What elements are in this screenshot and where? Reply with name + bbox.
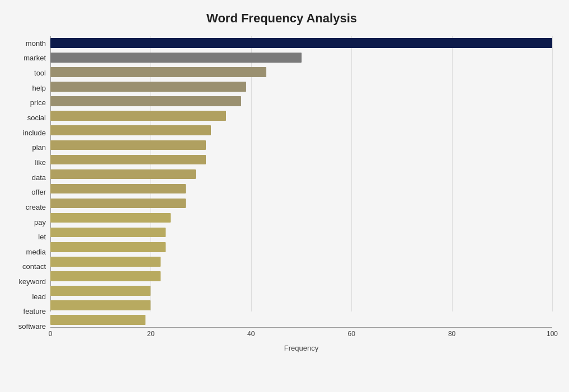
y-label-create: create: [26, 204, 46, 211]
bar-row-like: [50, 152, 552, 167]
bar-row-tool: [50, 65, 552, 79]
y-label-data: data: [32, 174, 46, 181]
bar-row-offer: [50, 181, 552, 196]
y-label-like: like: [35, 159, 46, 166]
y-label-software: software: [18, 323, 46, 330]
bar-like: [50, 155, 206, 165]
bar-media: [50, 242, 166, 252]
bar-row-plan: [50, 138, 552, 152]
y-label-feature: feature: [23, 308, 46, 315]
bar-contact: [50, 257, 161, 267]
bar-row-software: [50, 313, 552, 327]
bar-row-feature: [50, 298, 552, 313]
y-label-market: market: [23, 54, 46, 62]
y-label-month: month: [26, 40, 46, 47]
bar-row-price: [50, 94, 552, 108]
bar-row-media: [50, 240, 552, 254]
y-label-social: social: [27, 114, 46, 121]
bar-software: [50, 315, 145, 325]
x-axis-label: Frequency: [50, 344, 552, 352]
bars-wrapper: [50, 36, 552, 327]
y-label-pay: pay: [34, 219, 46, 226]
bar-create: [50, 199, 186, 209]
bar-row-market: [50, 50, 552, 65]
y-label-include: include: [23, 129, 46, 136]
y-labels: monthmarkettoolhelppricesocialincludepla…: [11, 36, 50, 350]
bar-row-create: [50, 196, 552, 211]
x-tick-0: 0: [49, 330, 53, 338]
x-axis-container: 020406080100 Frequency: [50, 327, 552, 350]
bars-section: 020406080100 Frequency: [50, 36, 552, 350]
bar-row-lead: [50, 284, 552, 298]
bar-lead: [50, 286, 151, 296]
chart-title: Word Frequency Analysis: [11, 11, 552, 26]
y-label-lead: lead: [32, 293, 46, 300]
grid-line-100: [552, 36, 553, 311]
bar-row-data: [50, 167, 552, 181]
bar-data: [50, 169, 196, 180]
x-tick-40: 40: [247, 330, 255, 338]
y-label-contact: contact: [22, 263, 46, 270]
bar-feature: [50, 300, 151, 310]
bar-row-help: [50, 79, 552, 94]
bar-row-contact: [50, 254, 552, 269]
y-label-help: help: [32, 84, 46, 92]
bar-row-pay: [50, 211, 552, 225]
bar-keyword: [50, 271, 161, 281]
bar-market: [50, 53, 302, 63]
y-label-keyword: keyword: [19, 278, 46, 285]
bar-tool: [50, 67, 266, 77]
bar-row-month: [50, 36, 552, 50]
bar-plan: [50, 140, 206, 150]
bar-include: [50, 125, 211, 135]
y-label-let: let: [38, 233, 46, 240]
x-tick-20: 20: [147, 330, 154, 338]
bar-row-include: [50, 123, 552, 138]
x-tick-100: 100: [547, 330, 558, 338]
bar-month: [50, 38, 552, 48]
y-label-plan: plan: [32, 144, 46, 151]
bar-row-keyword: [50, 269, 552, 284]
bar-help: [50, 82, 246, 92]
x-tick-80: 80: [448, 330, 455, 338]
bar-offer: [50, 184, 186, 194]
x-tick-60: 60: [348, 330, 355, 338]
bar-let: [50, 228, 166, 238]
bar-row-let: [50, 225, 552, 240]
bar-price: [50, 96, 241, 106]
chart-area: monthmarkettoolhelppricesocialincludepla…: [11, 36, 552, 350]
y-label-media: media: [26, 248, 46, 256]
y-label-tool: tool: [34, 69, 46, 77]
bar-social: [50, 111, 226, 121]
y-label-price: price: [30, 99, 46, 106]
y-label-offer: offer: [31, 188, 46, 196]
x-axis: 020406080100: [50, 327, 552, 343]
chart-container: Word Frequency Analysis monthmarkettoolh…: [0, 0, 569, 392]
bar-row-social: [50, 108, 552, 123]
bar-pay: [50, 213, 171, 223]
